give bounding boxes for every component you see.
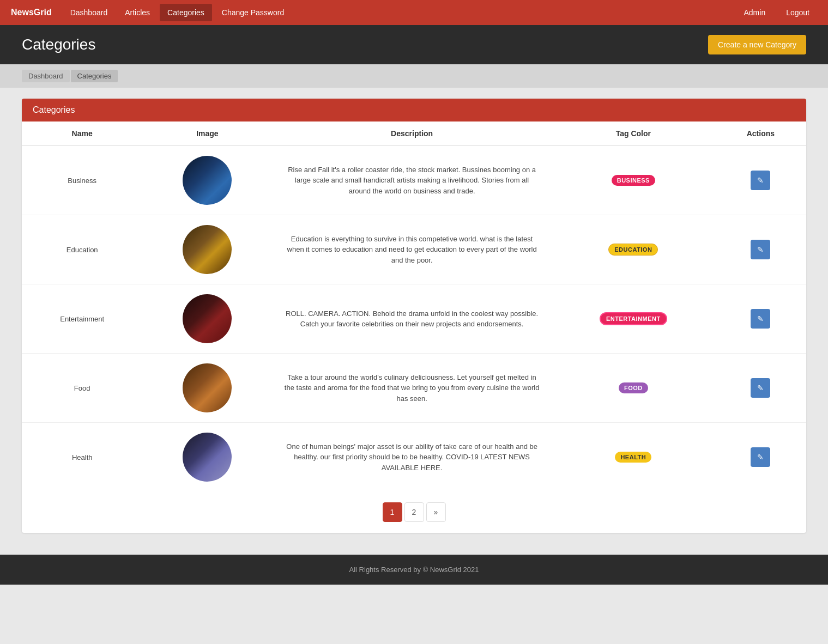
edit-button-0[interactable]: ✎ [751, 171, 770, 190]
cell-image-3 [142, 354, 272, 423]
nav-logout[interactable]: Logout [778, 4, 817, 21]
table-card-header: Categories [22, 99, 806, 121]
breadcrumb-bar: Dashboard Categories [0, 64, 828, 88]
nav-articles[interactable]: Articles [117, 4, 158, 21]
edit-button-3[interactable]: ✎ [751, 378, 770, 398]
nav-dashboard[interactable]: Dashboard [63, 4, 116, 21]
cell-actions-4: ✎ [715, 423, 806, 492]
page-btn-1[interactable]: 1 [383, 502, 402, 522]
category-image-0 [183, 156, 232, 205]
cell-tag-4: HEALTH [552, 423, 715, 492]
breadcrumb-dashboard: Dashboard [22, 70, 71, 82]
content-area: Categories Name Image Description Tag Co… [0, 88, 828, 555]
cell-tag-3: FOOD [552, 354, 715, 423]
cell-actions-2: ✎ [715, 284, 806, 354]
navbar: NewsGrid Dashboard Articles Categories C… [0, 0, 828, 25]
cell-tag-1: EDUCATION [552, 215, 715, 284]
table-row: Entertainment ROLL. CAMERA. ACTION. Beho… [22, 284, 806, 354]
category-image-1 [183, 225, 232, 274]
pencil-icon: ✎ [757, 314, 764, 323]
col-image: Image [142, 121, 272, 146]
breadcrumb-categories: Categories [71, 70, 119, 82]
col-actions: Actions [715, 121, 806, 146]
col-description: Description [272, 121, 552, 146]
pencil-icon: ✎ [757, 453, 764, 461]
nav-categories[interactable]: Categories [160, 4, 212, 21]
footer: All Rights Reserved by © NewsGrid 2021 [0, 555, 828, 585]
category-image-4 [183, 433, 232, 482]
cell-actions-0: ✎ [715, 146, 806, 215]
cell-tag-0: BUSINESS [552, 146, 715, 215]
breadcrumb-dashboard-link[interactable]: Dashboard [22, 70, 70, 82]
cell-image-0 [142, 146, 272, 215]
col-tag-color: Tag Color [552, 121, 715, 146]
cell-name-1: Education [22, 215, 142, 284]
cell-image-1 [142, 215, 272, 284]
footer-text: All Rights Reserved by © NewsGrid 2021 [349, 566, 479, 574]
cell-description-1: Education is everything to survive in th… [272, 215, 552, 284]
cell-actions-1: ✎ [715, 215, 806, 284]
tag-badge-2: ENTERTAINMENT [600, 312, 667, 325]
page-title: Categories [22, 36, 95, 53]
breadcrumb: Dashboard Categories [22, 70, 806, 82]
pencil-icon: ✎ [757, 245, 764, 254]
pencil-icon: ✎ [757, 176, 764, 185]
categories-table-card: Categories Name Image Description Tag Co… [22, 99, 806, 533]
cell-name-4: Health [22, 423, 142, 492]
edit-button-1[interactable]: ✎ [751, 240, 770, 259]
tag-badge-3: FOOD [619, 382, 648, 393]
nav-links: Dashboard Articles Categories Change Pas… [63, 4, 736, 21]
cell-name-0: Business [22, 146, 142, 215]
category-image-2 [183, 294, 232, 343]
category-image-3 [183, 363, 232, 412]
tag-badge-4: HEALTH [615, 452, 651, 463]
tag-badge-1: EDUCATION [608, 244, 658, 256]
cell-name-2: Entertainment [22, 284, 142, 354]
cell-image-4 [142, 423, 272, 492]
cell-name-3: Food [22, 354, 142, 423]
cell-description-2: ROLL. CAMERA. ACTION. Behold the drama u… [272, 284, 552, 354]
nav-admin[interactable]: Admin [736, 4, 773, 21]
breadcrumb-categories-link[interactable]: Categories [71, 70, 118, 82]
cell-tag-2: ENTERTAINMENT [552, 284, 715, 354]
page-btn-2[interactable]: 2 [404, 502, 424, 522]
page-header: Categories Create a new Category [0, 25, 828, 64]
brand-logo[interactable]: NewsGrid [11, 8, 52, 17]
nav-change-password[interactable]: Change Password [214, 4, 292, 21]
edit-button-4[interactable]: ✎ [751, 447, 770, 467]
table-row: Health One of human beings' major asset … [22, 423, 806, 492]
categories-table: Name Image Description Tag Color Actions… [22, 121, 806, 491]
table-header-row: Name Image Description Tag Color Actions [22, 121, 806, 146]
create-category-button[interactable]: Create a new Category [708, 35, 806, 54]
tag-badge-0: BUSINESS [612, 175, 655, 186]
col-name: Name [22, 121, 142, 146]
table-row: Business Rise and Fall it's a roller coa… [22, 146, 806, 215]
cell-description-3: Take a tour around the world's culinary … [272, 354, 552, 423]
table-wrapper: Name Image Description Tag Color Actions… [22, 121, 806, 491]
pencil-icon: ✎ [757, 384, 764, 392]
cell-image-2 [142, 284, 272, 354]
cell-description-4: One of human beings' major asset is our … [272, 423, 552, 492]
cell-actions-3: ✎ [715, 354, 806, 423]
page-btn-next[interactable]: » [426, 502, 446, 522]
table-row: Education Education is everything to sur… [22, 215, 806, 284]
table-row: Food Take a tour around the world's culi… [22, 354, 806, 423]
cell-description-0: Rise and Fall it's a roller coaster ride… [272, 146, 552, 215]
navbar-right: Admin Logout [736, 4, 817, 21]
edit-button-2[interactable]: ✎ [751, 309, 770, 329]
pagination: 1 2 » [22, 491, 806, 533]
